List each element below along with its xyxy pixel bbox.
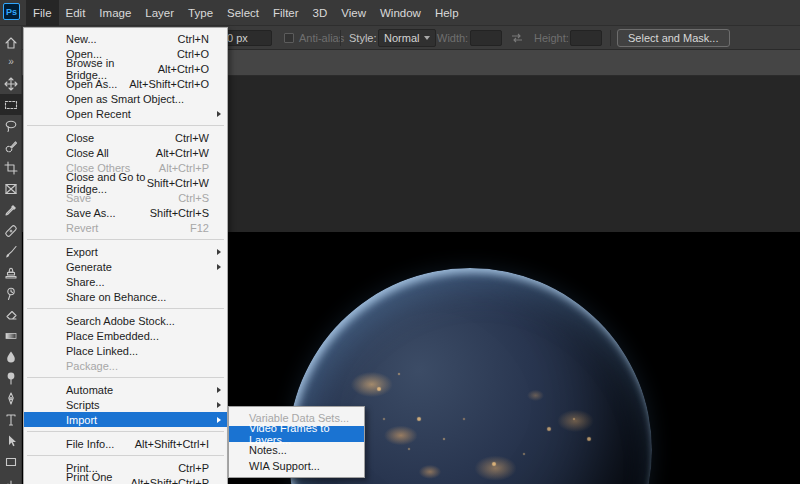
history-brush-tool[interactable]	[0, 283, 22, 304]
gradient-tool[interactable]	[0, 325, 22, 346]
dodge-tool[interactable]	[0, 367, 22, 388]
rectangle-icon	[4, 455, 18, 469]
frame-icon	[4, 182, 18, 196]
menubar-item-image[interactable]: Image	[92, 0, 138, 26]
home-button[interactable]	[0, 32, 22, 53]
submenu-arrow-icon	[217, 111, 221, 117]
pen-tool[interactable]	[0, 388, 22, 409]
menu-item-close[interactable]: Close Ctrl+W	[24, 130, 227, 145]
menu-item-scripts[interactable]: Scripts	[24, 397, 227, 412]
toolbar-expand-button[interactable]: »	[0, 53, 22, 69]
eraser-icon	[4, 308, 18, 322]
rectangular-marquee-tool[interactable]	[0, 94, 22, 115]
photoshop-window: Ps File Edit Image Layer Type Select Fil…	[0, 0, 800, 484]
submenu-item-wia-support[interactable]: WIA Support...	[229, 458, 364, 474]
home-icon	[4, 36, 18, 50]
menubar-item-3d[interactable]: 3D	[306, 0, 335, 26]
menu-item-search-adobe-stock[interactable]: Search Adobe Stock...	[24, 313, 227, 328]
menu-item-generate[interactable]: Generate	[24, 259, 227, 274]
healing-brush-icon	[4, 224, 18, 238]
menubar-item-filter[interactable]: Filter	[266, 0, 306, 26]
style-value: Normal	[384, 32, 419, 44]
width-input[interactable]	[470, 30, 502, 46]
menu-item-open-recent[interactable]: Open Recent	[24, 106, 227, 121]
brush-icon	[4, 245, 18, 259]
tool-bar: »	[0, 26, 22, 484]
menu-item-save-as[interactable]: Save As... Shift+Ctrl+S	[24, 205, 227, 220]
menubar-item-help[interactable]: Help	[428, 0, 466, 26]
crop-tool[interactable]	[0, 157, 22, 178]
menubar-item-edit[interactable]: Edit	[59, 0, 93, 26]
menu-item-import[interactable]: Import	[24, 412, 227, 427]
blur-tool[interactable]	[0, 346, 22, 367]
menu-item-new[interactable]: New... Ctrl+N	[24, 31, 227, 46]
menu-separator	[27, 377, 224, 378]
width-label: Width:	[437, 32, 468, 44]
menu-item-save: Save Ctrl+S	[24, 190, 227, 205]
submenu-arrow-icon	[217, 264, 221, 270]
menu-item-share-on-behance[interactable]: Share on Behance...	[24, 289, 227, 304]
quick-selection-tool[interactable]	[0, 136, 22, 157]
menu-separator	[27, 125, 224, 126]
menu-separator	[27, 308, 224, 309]
menu-item-open-as[interactable]: Open As... Alt+Shift+Ctrl+O	[24, 76, 227, 91]
swap-dimensions-icon[interactable]	[510, 31, 524, 45]
menubar-item-file[interactable]: File	[26, 0, 59, 26]
file-menu-dropdown: New... Ctrl+N Open... Ctrl+O Browse in B…	[23, 27, 228, 484]
style-dropdown[interactable]: Normal	[378, 29, 436, 47]
menubar-item-type[interactable]: Type	[181, 0, 220, 26]
lasso-tool[interactable]	[0, 115, 22, 136]
chevron-down-icon	[424, 36, 430, 40]
spot-healing-brush-tool[interactable]	[0, 220, 22, 241]
hand-icon	[4, 476, 18, 484]
menu-item-revert: Revert F12	[24, 220, 227, 235]
clone-stamp-tool[interactable]	[0, 262, 22, 283]
menu-item-open-as-smart-object[interactable]: Open as Smart Object...	[24, 91, 227, 106]
eraser-tool[interactable]	[0, 304, 22, 325]
type-tool[interactable]	[0, 409, 22, 430]
options-divider	[340, 30, 341, 46]
height-label: Height:	[534, 32, 569, 44]
menubar-item-window[interactable]: Window	[373, 0, 428, 26]
menubar-item-select[interactable]: Select	[220, 0, 266, 26]
submenu-item-video-frames-to-layers[interactable]: Video Frames to Layers...	[229, 426, 364, 442]
menubar-item-view[interactable]: View	[334, 0, 373, 26]
brush-tool[interactable]	[0, 241, 22, 262]
menu-item-automate[interactable]: Automate	[24, 382, 227, 397]
menu-item-close-all[interactable]: Close All Alt+Ctrl+W	[24, 145, 227, 160]
lasso-icon	[4, 119, 18, 133]
import-submenu: Variable Data Sets... Video Frames to La…	[228, 406, 365, 478]
menu-separator	[27, 239, 224, 240]
marquee-icon	[4, 98, 18, 112]
quick-selection-icon	[4, 140, 18, 154]
menu-item-share[interactable]: Share...	[24, 274, 227, 289]
crop-icon	[4, 161, 18, 175]
rectangle-tool[interactable]	[0, 451, 22, 472]
anti-alias-checkbox[interactable]	[284, 33, 294, 43]
menu-item-print-one-copy[interactable]: Print One Copy Alt+Shift+Ctrl+P	[24, 475, 227, 484]
menu-item-package: Package...	[24, 358, 227, 373]
submenu-arrow-icon	[217, 417, 221, 423]
menubar-item-layer[interactable]: Layer	[138, 0, 181, 26]
submenu-arrow-icon	[217, 402, 221, 408]
frame-tool[interactable]	[0, 178, 22, 199]
submenu-arrow-icon	[217, 387, 221, 393]
select-and-mask-button[interactable]: Select and Mask...	[617, 29, 730, 47]
style-label: Style:	[349, 32, 377, 44]
menu-item-browse-in-bridge[interactable]: Browse in Bridge... Alt+Ctrl+O	[24, 61, 227, 76]
eyedropper-tool[interactable]	[0, 199, 22, 220]
menu-item-place-embedded[interactable]: Place Embedded...	[24, 328, 227, 343]
menu-item-place-linked[interactable]: Place Linked...	[24, 343, 227, 358]
feather-input[interactable]: 0 px	[222, 30, 272, 46]
menu-item-export[interactable]: Export	[24, 244, 227, 259]
path-selection-tool[interactable]	[0, 430, 22, 451]
blur-icon	[4, 350, 18, 364]
pen-icon	[4, 392, 18, 406]
hand-tool[interactable]	[0, 472, 22, 484]
menu-bar: Ps File Edit Image Layer Type Select Fil…	[0, 0, 800, 26]
menu-item-file-info[interactable]: File Info... Alt+Shift+Ctrl+I	[24, 436, 227, 451]
height-input[interactable]	[570, 30, 602, 46]
move-tool[interactable]	[0, 73, 22, 94]
menu-item-close-and-go-to-bridge[interactable]: Close and Go to Bridge... Shift+Ctrl+W	[24, 175, 227, 190]
gradient-icon	[4, 329, 18, 343]
